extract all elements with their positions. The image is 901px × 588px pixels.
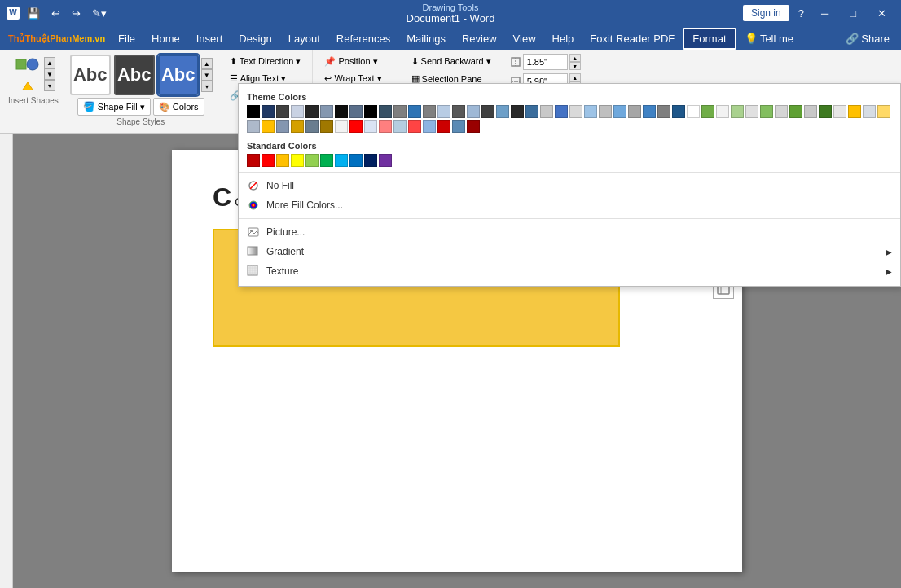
- standard-color-swatch[interactable]: [276, 154, 289, 167]
- theme-color-swatch[interactable]: [364, 105, 377, 118]
- shape-fill-button[interactable]: 🪣 Shape Fill ▾: [77, 98, 151, 116]
- theme-color-swatch[interactable]: [819, 105, 832, 118]
- menu-mailings[interactable]: Mailings: [398, 29, 454, 48]
- theme-color-swatch[interactable]: [291, 105, 304, 118]
- theme-color-swatch[interactable]: [291, 120, 304, 133]
- shapes-button[interactable]: [11, 54, 44, 94]
- theme-color-swatch[interactable]: [467, 105, 480, 118]
- standard-color-swatch[interactable]: [291, 154, 304, 167]
- styles-scroll-down[interactable]: ▼: [201, 69, 213, 81]
- scroll-more-btn[interactable]: ▾: [44, 80, 55, 91]
- theme-color-swatch[interactable]: [760, 105, 773, 118]
- styles-scroll-up[interactable]: ▲: [201, 58, 213, 69]
- theme-color-swatch[interactable]: [408, 105, 421, 118]
- theme-color-swatch[interactable]: [540, 105, 553, 118]
- close-btn[interactable]: ✕: [869, 4, 894, 23]
- abc-style-3[interactable]: Abc: [158, 55, 199, 95]
- theme-color-swatch[interactable]: [511, 105, 524, 118]
- theme-color-swatch[interactable]: [305, 120, 319, 133]
- theme-color-swatch[interactable]: [437, 105, 450, 118]
- theme-color-swatch[interactable]: [408, 120, 421, 133]
- save-btn[interactable]: 💾: [23, 6, 44, 21]
- menu-help[interactable]: Help: [544, 29, 582, 48]
- menu-share[interactable]: 🔗 Share: [837, 29, 898, 48]
- theme-color-swatch[interactable]: [320, 120, 333, 133]
- more-fill-colors-item[interactable]: More Fill Colors...: [239, 195, 900, 215]
- theme-color-swatch[interactable]: [643, 105, 656, 118]
- theme-color-swatch[interactable]: [731, 105, 744, 118]
- standard-color-swatch[interactable]: [320, 154, 333, 167]
- width-up-btn[interactable]: ▲: [569, 73, 581, 81]
- standard-color-swatch[interactable]: [262, 154, 275, 167]
- abc-style-1[interactable]: Abc: [70, 55, 111, 95]
- theme-color-swatch[interactable]: [745, 105, 758, 118]
- theme-color-swatch[interactable]: [569, 105, 582, 118]
- standard-color-swatch[interactable]: [379, 154, 392, 167]
- abc-style-2[interactable]: Abc: [114, 55, 155, 95]
- theme-color-swatch[interactable]: [877, 105, 890, 118]
- theme-color-swatch[interactable]: [452, 120, 465, 133]
- theme-color-swatch[interactable]: [349, 120, 363, 133]
- theme-color-swatch[interactable]: [305, 105, 319, 118]
- theme-color-swatch[interactable]: [247, 120, 260, 133]
- menu-references[interactable]: References: [328, 29, 398, 48]
- theme-color-swatch[interactable]: [599, 105, 612, 118]
- undo-btn[interactable]: ↩: [47, 6, 64, 21]
- theme-color-swatch[interactable]: [657, 105, 670, 118]
- theme-color-swatch[interactable]: [789, 105, 802, 118]
- theme-color-swatch[interactable]: [320, 105, 333, 118]
- standard-color-swatch[interactable]: [364, 154, 377, 167]
- theme-color-swatch[interactable]: [379, 120, 392, 133]
- theme-color-swatch[interactable]: [335, 120, 348, 133]
- theme-color-swatch[interactable]: [525, 105, 538, 118]
- theme-color-swatch[interactable]: [628, 105, 641, 118]
- standard-color-swatch[interactable]: [335, 154, 348, 167]
- theme-color-swatch[interactable]: [496, 105, 509, 118]
- height-down-btn[interactable]: ▼: [569, 62, 581, 70]
- help-btn[interactable]: ?: [794, 6, 808, 21]
- styles-scroll-more[interactable]: ▾: [201, 81, 213, 92]
- theme-color-swatch[interactable]: [262, 105, 275, 118]
- theme-color-swatch[interactable]: [672, 105, 685, 118]
- minimize-btn[interactable]: ─: [813, 4, 837, 23]
- theme-color-swatch[interactable]: [379, 105, 392, 118]
- scroll-up-btn[interactable]: ▲: [44, 57, 55, 68]
- send-backward-button[interactable]: ⬇ Send Backward ▾: [407, 54, 496, 69]
- theme-color-swatch[interactable]: [364, 120, 377, 133]
- theme-color-swatch[interactable]: [393, 120, 407, 133]
- menu-review[interactable]: Review: [454, 29, 505, 48]
- standard-color-swatch[interactable]: [305, 154, 319, 167]
- theme-color-swatch[interactable]: [276, 120, 289, 133]
- restore-btn[interactable]: □: [842, 4, 864, 23]
- menu-file[interactable]: File: [110, 29, 143, 48]
- menu-view[interactable]: View: [505, 29, 544, 48]
- height-input[interactable]: [523, 54, 568, 70]
- menu-insert[interactable]: Insert: [188, 29, 231, 48]
- theme-color-swatch[interactable]: [584, 105, 597, 118]
- scroll-down-btn[interactable]: ▼: [44, 68, 55, 80]
- picture-item[interactable]: Picture...: [239, 222, 900, 242]
- theme-color-swatch[interactable]: [262, 120, 275, 133]
- theme-color-swatch[interactable]: [833, 105, 846, 118]
- height-up-btn[interactable]: ▲: [569, 54, 581, 62]
- theme-color-swatch[interactable]: [335, 105, 348, 118]
- theme-color-swatch[interactable]: [467, 120, 480, 133]
- theme-color-swatch[interactable]: [716, 105, 729, 118]
- gradient-item[interactable]: Gradient ▶: [239, 242, 900, 261]
- no-fill-item[interactable]: No Fill: [239, 176, 900, 195]
- theme-color-swatch[interactable]: [437, 120, 450, 133]
- theme-color-swatch[interactable]: [555, 105, 568, 118]
- menu-foxit[interactable]: Foxit Reader PDF: [582, 29, 683, 48]
- text-direction-button[interactable]: ⬆ Text Direction ▾: [225, 54, 306, 69]
- theme-color-swatch[interactable]: [687, 105, 700, 118]
- theme-color-swatch[interactable]: [452, 105, 465, 118]
- theme-color-swatch[interactable]: [848, 105, 861, 118]
- standard-color-swatch[interactable]: [349, 154, 363, 167]
- theme-color-swatch[interactable]: [247, 105, 260, 118]
- theme-color-swatch[interactable]: [701, 105, 714, 118]
- standard-color-swatch[interactable]: [247, 154, 260, 167]
- menu-design[interactable]: Design: [231, 29, 279, 48]
- theme-color-swatch[interactable]: [481, 105, 494, 118]
- sign-in-button[interactable]: Sign in: [743, 5, 789, 21]
- colors-button[interactable]: 🎨 Colors: [153, 98, 204, 116]
